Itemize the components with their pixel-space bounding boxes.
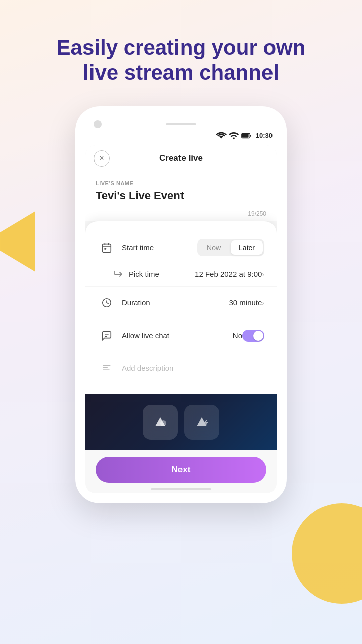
live-name-label: LIVE'S NAME — [96, 180, 266, 186]
create-live-header: × Create live — [85, 145, 277, 172]
pick-time-row[interactable]: Pick time 12 Feb 2022 at 9:00 › — [85, 264, 277, 287]
stream-icon-1 — [143, 405, 178, 440]
later-button[interactable]: Later — [231, 240, 263, 255]
pick-time-chevron: › — [262, 270, 264, 278]
svg-rect-3 — [103, 244, 111, 252]
description-placeholder: Add description — [122, 364, 173, 372]
phone-content: × Create live LIVE'S NAME Tevi's Live Ev… — [85, 145, 277, 493]
svg-rect-2 — [250, 135, 251, 137]
phone-mockup: 10:30 × Create live LIVE'S NAME Tevi's L… — [75, 106, 287, 503]
battery-icon — [241, 130, 252, 141]
duration-chevron: › — [262, 299, 264, 307]
phone-camera — [94, 120, 102, 128]
char-count: 19/250 — [85, 208, 277, 221]
duration-value: 30 minute — [229, 298, 262, 307]
settings-sheet: Start time Now Later Pick time 12 Feb 2 — [85, 221, 277, 394]
phone-bottom-bar — [151, 488, 211, 490]
start-time-label: Start time — [122, 243, 197, 252]
allow-chat-status: No — [233, 331, 242, 340]
description-row[interactable]: Add description — [85, 352, 277, 384]
pick-time-value: 12 Feb 2022 at 9:00 — [195, 270, 262, 278]
page-title: Easily creating your own live stream cha… — [0, 0, 362, 106]
phone-speaker — [166, 123, 196, 125]
status-bar: 10:30 — [85, 130, 277, 145]
stream-icon-2 — [184, 405, 219, 440]
start-time-toggle: Now Later — [197, 239, 264, 256]
pick-time-arrow-icon — [114, 269, 124, 279]
bg-triangle-decoration — [0, 211, 35, 272]
toggle-thumb — [253, 331, 263, 341]
svg-rect-1 — [242, 134, 249, 137]
description-icon — [98, 359, 116, 377]
next-button[interactable]: Next — [96, 457, 266, 483]
image-overlay — [143, 405, 219, 440]
pick-time-container: Pick time 12 Feb 2022 at 9:00 › — [85, 264, 277, 287]
svg-point-14 — [160, 420, 166, 426]
close-button[interactable]: × — [94, 150, 110, 167]
svg-rect-7 — [104, 248, 106, 250]
status-time: 10:30 — [256, 132, 273, 139]
bg-circle-decoration — [292, 503, 362, 604]
signal-icon — [228, 130, 239, 141]
allow-chat-row: Allow live chat No — [85, 319, 277, 352]
start-time-row: Start time Now Later — [85, 231, 277, 264]
chat-icon — [98, 327, 116, 345]
start-time-icon — [98, 238, 116, 257]
duration-icon — [98, 294, 116, 312]
duration-row[interactable]: Duration 30 minute › — [85, 287, 277, 319]
dashed-connector — [108, 264, 108, 287]
allow-chat-toggle[interactable] — [242, 330, 264, 342]
status-icons — [216, 130, 252, 141]
phone-top-bar — [85, 116, 277, 130]
duration-label: Duration — [122, 298, 229, 307]
image-section — [85, 394, 277, 450]
live-name-section: LIVE'S NAME Tevi's Live Event — [85, 172, 277, 208]
live-name-value: Tevi's Live Event — [96, 189, 266, 202]
create-live-title: Create live — [159, 153, 203, 164]
allow-chat-label: Allow live chat — [122, 331, 233, 340]
pick-time-label: Pick time — [129, 270, 195, 278]
now-button[interactable]: Now — [199, 240, 229, 255]
wifi-icon — [216, 130, 227, 141]
